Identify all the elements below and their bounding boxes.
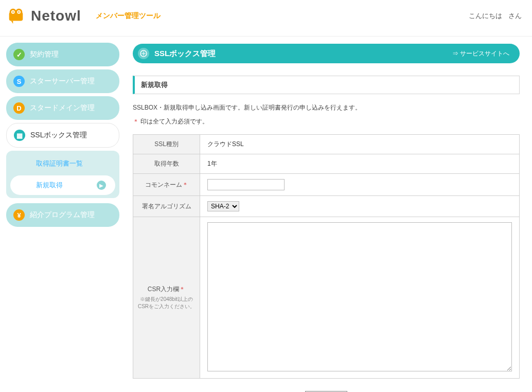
form-table: SSL種別 クラウドSSL 取得年数 1年 コモンネーム＊ 署名アルゴリズム	[133, 134, 520, 379]
ssl-type-value: クラウドSSL	[200, 135, 520, 154]
app-header: Netowl メンバー管理ツール こんにちは さん	[0, 0, 532, 37]
brand-name: Netowl	[31, 8, 81, 24]
page-header-icon	[138, 48, 149, 59]
service-site-link[interactable]: ⇒ サービスサイトへ	[452, 49, 509, 58]
sidebar-sub-new[interactable]: 新規取得 ▶	[10, 175, 115, 195]
owl-icon	[6, 6, 26, 26]
sidebar-sub-label: 取得証明書一覧	[36, 159, 83, 168]
common-name-input[interactable]	[207, 179, 285, 190]
csr-textarea[interactable]	[207, 222, 512, 371]
algorithm-label: 署名アルゴリズム	[133, 196, 200, 217]
contract-icon: ✓	[13, 49, 25, 60]
main-content: SSLボックス管理 ⇒ サービスサイトへ 新規取得 SSLBOX・新規取得申し込…	[126, 37, 532, 392]
sidebar: ✓ 契約管理 S スターサーバー管理 D スタードメイン管理 ▦ SSLボックス…	[0, 37, 126, 392]
greeting-suffix: さん	[508, 12, 522, 20]
play-icon: ▶	[97, 181, 106, 190]
sidebar-item-starserver[interactable]: S スターサーバー管理	[6, 69, 119, 93]
sidebar-item-label: 契約管理	[30, 50, 59, 59]
csr-label: CSR入力欄＊ ※鍵長が2048bit以上のCSRをご入力ください。	[133, 217, 200, 379]
sidebar-sub-label: 新規取得	[36, 181, 63, 190]
required-note: ＊ 印は全て入力必須です。	[133, 117, 520, 126]
referral-icon: ¥	[13, 209, 25, 221]
years-label: 取得年数	[133, 154, 200, 174]
sidebar-item-label: 紹介プログラム管理	[30, 210, 95, 220]
starserver-icon: S	[13, 76, 25, 87]
sidebar-item-label: スターサーバー管理	[30, 77, 95, 86]
common-name-label: コモンネーム＊	[133, 174, 200, 196]
brand-logo: Netowl	[6, 6, 81, 26]
sidebar-sub-cert-list[interactable]: 取得証明書一覧	[10, 154, 115, 173]
sslbox-icon: ▦	[14, 130, 25, 141]
sidebar-submenu: 取得証明書一覧 新規取得 ▶	[6, 151, 119, 198]
page-title: SSLボックス管理	[154, 49, 216, 59]
years-value: 1年	[200, 154, 520, 174]
sidebar-item-sslbox[interactable]: ▦ SSLボックス管理	[6, 123, 119, 148]
svg-point-5	[12, 11, 14, 13]
required-note-text: 印は全て入力必須です。	[140, 118, 208, 125]
greeting-prefix: こんにちは	[469, 12, 502, 20]
stardomain-icon: D	[13, 102, 25, 114]
algorithm-select[interactable]: SHA-2	[207, 201, 239, 211]
sidebar-item-label: SSLボックス管理	[30, 131, 87, 140]
svg-point-6	[18, 11, 20, 13]
sidebar-item-referral[interactable]: ¥ 紹介プログラム管理	[6, 203, 119, 227]
greeting: こんにちは さん	[469, 11, 522, 21]
ssl-type-label: SSL種別	[133, 135, 200, 154]
sidebar-item-contract[interactable]: ✓ 契約管理	[6, 43, 119, 66]
sidebar-item-stardomain[interactable]: D スタードメイン管理	[6, 96, 119, 120]
required-star-icon: ＊	[182, 181, 188, 188]
required-star-icon: ＊	[133, 118, 139, 125]
section-description: SSLBOX・新規取得申し込み画面です。新しい証明書発行の申し込みを行えます。	[133, 103, 520, 112]
brand-subtitle: メンバー管理ツール	[96, 11, 161, 21]
greeting-username	[504, 12, 508, 20]
required-star-icon: ＊	[179, 286, 185, 293]
sidebar-item-label: スタードメイン管理	[30, 103, 95, 113]
page-header: SSLボックス管理 ⇒ サービスサイトへ	[133, 44, 520, 63]
csr-note: ※鍵長が2048bit以上のCSRをご入力ください。	[137, 296, 196, 310]
section-title: 新規取得	[133, 76, 520, 94]
